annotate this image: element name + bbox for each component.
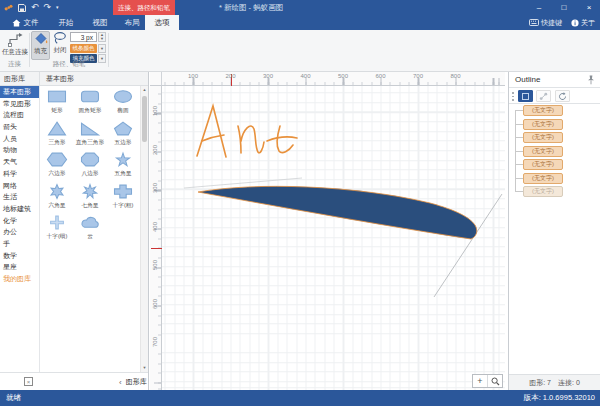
shape-label: 椭圆 <box>117 106 128 115</box>
stroke-width-stepper[interactable]: ▲▼ <box>98 32 106 42</box>
minimize-button[interactable]: – <box>534 3 544 12</box>
relation-view-button[interactable] <box>536 90 551 102</box>
undo-icon[interactable]: ↶ <box>31 0 39 15</box>
shape-triangle[interactable]: 三角形 <box>41 120 74 152</box>
library-category[interactable]: 数学 <box>0 250 39 262</box>
shape-star6[interactable]: 六角星 <box>41 183 74 215</box>
shape-pentagon[interactable]: 五边形 <box>106 120 139 152</box>
grip-dots-icon[interactable] <box>512 92 514 101</box>
horizontal-ruler: 100200300400500600700800 <box>162 72 505 86</box>
ribbon-tab-row: 文件 开始视图布局选项 快捷键 关于 <box>0 15 600 30</box>
library-category[interactable]: 我的图库 <box>0 273 39 285</box>
drawing-canvas[interactable] <box>162 86 505 390</box>
close-path-button[interactable]: 封闭 <box>51 31 69 60</box>
line-color-dropdown[interactable]: ▼ <box>98 44 106 53</box>
magnifier-button[interactable] <box>488 375 502 387</box>
paint-bucket-icon <box>34 32 48 46</box>
tree-stub <box>515 110 523 111</box>
line-color-button[interactable]: 线条颜色 <box>70 44 97 53</box>
tab-1[interactable]: 视图 <box>86 15 114 30</box>
tree-stub <box>515 124 523 125</box>
tab-2[interactable]: 布局 <box>118 15 146 30</box>
outline-item[interactable]: (无文字) <box>523 105 563 116</box>
redo-icon[interactable]: ↷ <box>44 0 52 15</box>
library-category[interactable]: 人员 <box>0 133 39 145</box>
stroke-width-input[interactable]: 3 px <box>70 32 97 42</box>
quick-access-toolbar: ↶ ↷ ▾ <box>4 0 59 15</box>
ant-logo-icon <box>4 3 13 12</box>
tree-stub <box>515 191 523 192</box>
library-category[interactable]: 化学 <box>0 215 39 227</box>
nodes-link-icon <box>539 92 548 101</box>
shape-hexagon[interactable]: 六边形 <box>41 151 74 183</box>
outline-item[interactable]: (无文字) <box>523 173 563 184</box>
h-ruler-number: 700 <box>413 73 423 79</box>
zoom-in-button[interactable]: + <box>473 375 488 387</box>
h-ruler-number: 100 <box>188 73 198 79</box>
shape-star7[interactable]: 七角星 <box>74 183 107 215</box>
scrollbar-thumb[interactable] <box>142 96 147 142</box>
library-category[interactable]: 地标建筑 <box>0 203 39 215</box>
tab-options-active[interactable]: 选项 <box>145 15 179 30</box>
outline-item[interactable]: (无文字) <box>523 186 563 197</box>
h-ruler-number: 200 <box>225 73 235 79</box>
refresh-button[interactable] <box>555 90 570 102</box>
fill-tool-button[interactable]: 填充 <box>31 31 50 60</box>
qat-more-icon[interactable]: ▾ <box>56 0 59 15</box>
shape-cross-thin[interactable]: 十字(细) <box>41 214 74 246</box>
library-category[interactable]: 常见图形 <box>0 98 39 110</box>
shape-label: 云 <box>87 232 93 241</box>
shape-octagon[interactable]: 八边形 <box>74 151 107 183</box>
library-category[interactable]: 生活 <box>0 191 39 203</box>
save-icon[interactable] <box>18 4 26 12</box>
library-category[interactable]: 箭头 <box>0 121 39 133</box>
library-category[interactable]: 科学 <box>0 168 39 180</box>
home-icon <box>12 19 21 27</box>
tab-file[interactable]: 文件 <box>6 15 44 30</box>
library-category[interactable]: 办公 <box>0 226 39 238</box>
library-category[interactable]: 天气 <box>0 156 39 168</box>
outline-item[interactable]: (无文字) <box>523 119 563 130</box>
star6-icon <box>46 183 68 200</box>
library-category[interactable]: 流程图 <box>0 109 39 121</box>
maximize-button[interactable]: □ <box>559 3 569 12</box>
v-ruler-number: 400 <box>152 217 158 237</box>
shape-cloud[interactable]: 云 <box>74 214 107 246</box>
window-title: * 新绘图 - 蚂蚁画图 <box>219 0 283 15</box>
shape-label: 矩形 <box>52 106 63 115</box>
pin-icon[interactable] <box>587 75 595 85</box>
square-view-icon <box>522 93 529 100</box>
tab-0[interactable]: 开始 <box>52 15 80 30</box>
library-category[interactable]: 基本图形 <box>0 86 39 98</box>
v-ruler-number: 600 <box>152 294 158 314</box>
keyboard-icon <box>529 19 539 26</box>
outline-item[interactable]: (无文字) <box>523 159 563 170</box>
about-button[interactable]: 关于 <box>571 18 595 28</box>
library-collapse-button[interactable]: ‹ 图形库 <box>119 373 147 391</box>
any-connect-button[interactable]: 任意连接 <box>2 32 28 57</box>
outline-item[interactable]: (无文字) <box>523 146 563 157</box>
shape-star5[interactable]: 五角星 <box>106 151 139 183</box>
library-category[interactable]: 动物 <box>0 144 39 156</box>
shape-right-triangle[interactable]: 直角三角形 <box>74 120 107 152</box>
outline-view-button[interactable] <box>518 90 533 102</box>
library-category[interactable]: 星座 <box>0 261 39 273</box>
scroll-down-icon[interactable]: ▼ <box>141 364 148 372</box>
shortcuts-button[interactable]: 快捷键 <box>529 18 562 28</box>
library-scrollbar[interactable]: ▲ ▼ <box>140 86 148 372</box>
outline-tree: (无文字)(无文字)(无文字)(无文字)(无文字)(无文字)(无文字) <box>509 104 600 374</box>
v-ruler-number: 500 <box>152 255 158 275</box>
scroll-up-icon[interactable]: ▲ <box>141 86 148 94</box>
shape-cross-thick[interactable]: 十字(粗) <box>106 183 139 215</box>
tree-stub <box>515 151 523 152</box>
outline-item[interactable]: (无文字) <box>523 132 563 143</box>
library-category[interactable]: 网络 <box>0 180 39 192</box>
close-button[interactable]: × <box>584 3 594 12</box>
shape-round-rect[interactable]: 圆角矩形 <box>74 88 107 120</box>
outline-panel: Outline (无文字)(无文字)(无文字)(无文字)(无文字)(无文字)(无… <box>508 72 600 390</box>
panel-toggle-icon[interactable]: × <box>24 377 33 386</box>
shape-ellipse[interactable]: 椭圆 <box>106 88 139 120</box>
library-category[interactable]: 手 <box>0 238 39 250</box>
shape-rect[interactable]: 矩形 <box>41 88 74 120</box>
shape-label: 直角三角形 <box>76 138 105 147</box>
